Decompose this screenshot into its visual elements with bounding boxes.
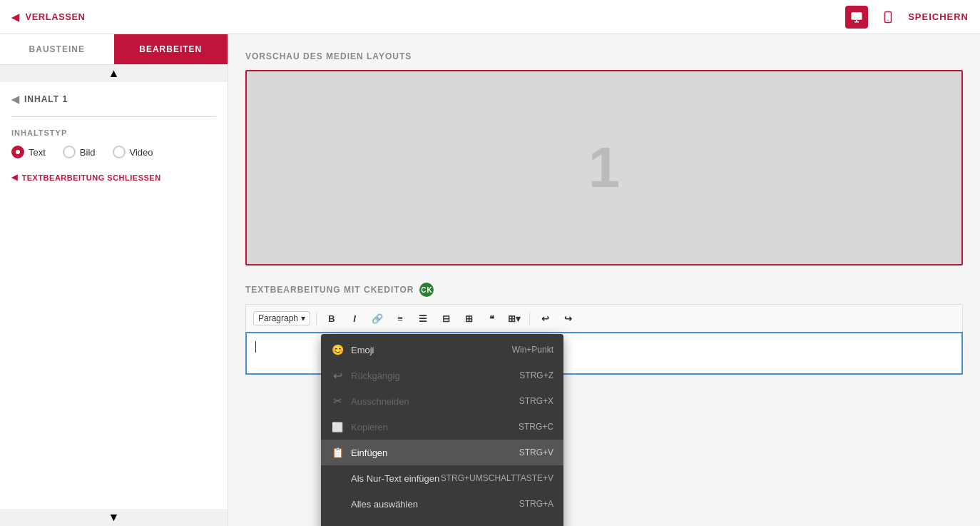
context-menu: 😊 Emoji Win+Punkt ↩ Rückgängig STRG+Z ✂ … — [321, 334, 563, 526]
text-edit-close-arrow-icon: ◀ — [11, 173, 18, 182]
sidebar-tabs: BAUSTEINE BEARBEITEN — [0, 34, 228, 65]
ctx-spell[interactable]: Schreibrichtung ▶ — [321, 517, 563, 526]
quote-button[interactable]: ❝ — [482, 309, 501, 328]
radio-video-circle — [113, 146, 126, 158]
back-arrow-icon: ◀ — [11, 11, 20, 23]
topbar: ◀ VERLASSEN SPEICHERN — [0, 0, 980, 34]
editor-toolbar: Paragraph ▾ B I 🔗 ≡ ☰ ⊟ ⊞ ❝ ⊞▾ ↩ ↪ — [245, 304, 963, 332]
ckeditor-section-title: TEXTBEARBEITUNG MIT CKEDITOR — [245, 285, 414, 295]
italic-button[interactable]: I — [345, 309, 364, 328]
preview-section-title: VORSCHAU DES MEDIEN LAYOUTS — [245, 51, 963, 61]
table-button[interactable]: ⊞▾ — [505, 309, 524, 328]
unordered-list-button[interactable]: ⊟ — [437, 309, 455, 328]
sidebar-content: ◀ INHALT 1 INHALTSTYP Text Bild Video — [0, 82, 228, 193]
radio-bild-label: Bild — [80, 147, 96, 158]
scroll-down-button[interactable]: ▼ — [0, 509, 228, 526]
topbar-right: SPEICHERN — [845, 6, 969, 29]
content-type-options: Text Bild Video — [11, 146, 216, 158]
scroll-up-icon: ▲ — [108, 67, 120, 80]
radio-bild-option[interactable]: Bild — [63, 146, 96, 158]
radio-video-option[interactable]: Video — [113, 146, 153, 158]
editor-cursor — [255, 341, 256, 353]
svg-point-2 — [887, 19, 889, 21]
ctx-paste-plain[interactable]: Als Nur-Text einfügen STRG+UMSCHALTTASTE… — [321, 465, 563, 491]
radio-text-option[interactable]: Text — [11, 146, 46, 158]
bullet-list-button[interactable]: ≡ — [391, 309, 409, 328]
paragraph-label: Paragraph — [258, 313, 298, 323]
mobile-view-button[interactable] — [877, 6, 899, 29]
text-edit-close-label: TEXTBEARBEITUNG SCHLIESSEN — [22, 173, 161, 182]
save-button[interactable]: SPEICHERN — [908, 11, 969, 22]
ctx-copy[interactable]: ⬜ Kopieren STRG+C — [321, 414, 563, 440]
section-label-inhaltstyp: INHALTSTYP — [11, 128, 216, 137]
copy-icon: ⬜ — [331, 420, 344, 433]
tab-bausteine[interactable]: BAUSTEINE — [0, 34, 114, 64]
sidebar-back-arrow-icon: ◀ — [11, 93, 20, 105]
paste-plain-icon — [331, 472, 344, 485]
ordered-list-button[interactable]: ⊞ — [459, 309, 478, 328]
sidebar-back-button[interactable]: ◀ INHALT 1 — [11, 93, 216, 117]
paragraph-chevron-icon: ▾ — [301, 313, 305, 323]
paste-icon: 📋 — [331, 446, 344, 459]
radio-video-label: Video — [130, 147, 153, 158]
paragraph-select[interactable]: Paragraph ▾ — [253, 311, 310, 325]
preview-number: 1 — [588, 135, 621, 201]
toolbar-divider-1 — [316, 312, 317, 325]
desktop-view-button[interactable] — [845, 6, 868, 29]
link-button[interactable]: 🔗 — [368, 309, 387, 328]
svg-rect-0 — [852, 12, 862, 20]
toolbar-divider-2 — [529, 312, 530, 325]
radio-text-label: Text — [29, 147, 46, 158]
preview-box: 1 — [245, 70, 963, 265]
back-button[interactable]: VERLASSEN — [26, 11, 86, 22]
bold-button[interactable]: B — [322, 309, 341, 328]
scroll-down-icon: ▼ — [108, 511, 120, 524]
preview-inner: 1 — [247, 71, 961, 264]
tab-bearbeiten[interactable]: BEARBEITEN — [114, 34, 228, 64]
sidebar-back-label: INHALT 1 — [24, 94, 68, 104]
ctx-emoji[interactable]: 😊 Emoji Win+Punkt — [321, 337, 563, 363]
select-all-icon — [331, 497, 344, 510]
spell-icon — [331, 523, 344, 526]
desktop-icon — [850, 11, 863, 24]
redo-button[interactable]: ↪ — [558, 309, 577, 328]
mobile-icon — [882, 11, 894, 24]
text-edit-close-button[interactable]: ◀ TEXTBEARBEITUNG SCHLIESSEN — [11, 173, 216, 182]
ckeditor-icon: CK — [419, 283, 434, 297]
ctx-select-all[interactable]: Alles auswählen STRG+A — [321, 491, 563, 517]
undo-ctx-icon: ↩ — [331, 369, 344, 382]
scroll-up-button[interactable]: ▲ — [0, 65, 228, 82]
radio-text-circle — [11, 146, 24, 158]
ctx-undo[interactable]: ↩ Rückgängig STRG+Z — [321, 363, 563, 388]
ckeditor-label: TEXTBEARBEITUNG MIT CKEDITOR CK — [245, 283, 963, 297]
cut-icon: ✂ — [331, 395, 344, 408]
numbered-list-button[interactable]: ☰ — [414, 309, 432, 328]
undo-button[interactable]: ↩ — [536, 309, 554, 328]
emoji-icon: 😊 — [331, 343, 344, 356]
ctx-paste[interactable]: 📋 Einfügen STRG+V — [321, 440, 563, 465]
topbar-left: ◀ VERLASSEN — [11, 11, 85, 23]
radio-bild-circle — [63, 146, 76, 158]
ctx-cut[interactable]: ✂ Ausschneiden STRG+X — [321, 388, 563, 414]
sidebar: BAUSTEINE BEARBEITEN ▲ ◀ INHALT 1 INHALT… — [0, 34, 228, 526]
